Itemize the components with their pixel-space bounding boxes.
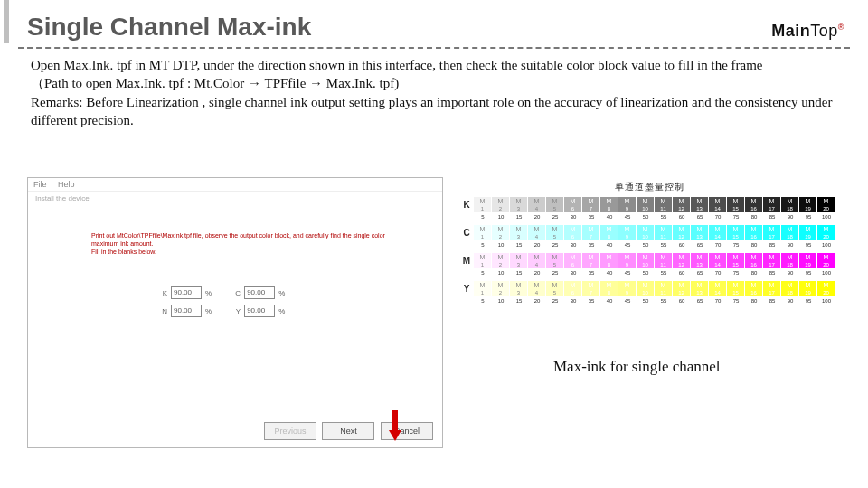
chip: M20 [817,253,835,268]
chip: M7 [582,253,599,268]
chart-step-value: 100 [817,242,835,248]
chart-row-label: K [459,200,474,210]
chart-step-value: 15 [510,214,528,220]
chip: M11 [655,197,672,212]
chip: M2 [492,197,509,212]
ink-fields: K 90.00 % C 90.00 % N 90.00 % Y 90.00 % [155,286,285,323]
chart-step-value: 95 [799,242,817,248]
ink-chart: 单通道墨量控制 KM1M2M3M4M5M6M7M8M9M10M11M12M13M… [459,181,839,309]
chart-step-row: 5101520253035404550556065707580859095100 [474,242,839,248]
chart-step-value: 5 [474,214,492,220]
chart-step-value: 40 [600,214,618,220]
chip: M8 [600,225,618,240]
slide-title: Single Channel Max-ink [4,0,868,43]
chart-step-value: 45 [618,270,637,276]
dialog-menubar: File Help [28,178,442,192]
chart-step-value: 50 [637,214,655,220]
body-line-3: Remarks: Before Linearization , single c… [31,93,844,130]
chip: M20 [817,225,835,240]
chart-step-value: 15 [510,298,528,304]
chart-step-value: 100 [817,298,835,304]
previous-button[interactable]: Previous [264,422,316,440]
chip: M9 [618,281,636,296]
pct-k: % [205,289,212,297]
chip: M15 [727,253,744,268]
chart-step-value: 80 [745,242,763,248]
chart-row-c: CM1M2M3M4M5M6M7M8M9M10M11M12M13M14M15M16… [459,225,839,240]
chart-row-y: YM1M2M3M4M5M6M7M8M9M10M11M12M13M14M15M16… [459,281,839,296]
chip: M14 [709,225,726,240]
chip: M13 [691,197,708,212]
chip: M9 [618,197,636,212]
chart-step-value: 20 [528,270,546,276]
chart-step-value: 45 [618,242,637,248]
ink-input-y[interactable]: 90.00 [244,305,275,317]
chip: M16 [745,281,762,296]
chart-step-value: 65 [691,298,709,304]
chip: M2 [492,281,509,296]
chip: M13 [691,281,708,296]
chart-step-value: 65 [691,270,709,276]
chart-step-value: 10 [492,270,510,276]
pct-n: % [205,307,212,315]
chip: M16 [745,225,762,240]
body-line-2: （Path to open Max.Ink. tpf : Mt.Color → … [31,74,844,92]
chip: M17 [763,253,780,268]
chip: M2 [492,253,509,268]
chart-step-row: 5101520253035404550556065707580859095100 [474,270,839,276]
chip: M17 [763,281,780,296]
chart-step-value: 70 [709,242,727,248]
chart-step-value: 15 [510,270,528,276]
chip: M4 [528,253,545,268]
chart-step-value: 75 [727,242,745,248]
chip: M2 [492,225,509,240]
chart-step-value: 25 [546,298,564,304]
ink-input-k[interactable]: 90.00 [171,286,202,299]
chart-step-value: 20 [528,298,546,304]
chip: M3 [510,281,527,296]
chart-step-value: 90 [781,214,799,220]
chip: M15 [727,197,744,212]
chart-step-value: 80 [745,270,763,276]
chip: M19 [799,225,816,240]
chart-step-value: 80 [745,214,763,220]
chip: M19 [799,253,816,268]
chip: M6 [564,225,581,240]
chart-step-value: 90 [781,242,799,248]
chip: M5 [546,225,563,240]
ink-input-n[interactable]: 90.00 [171,305,202,317]
chip: M10 [637,197,654,212]
chip: M17 [763,197,780,212]
chip: M5 [546,281,563,296]
chip: M6 [564,281,581,296]
chart-step-value: 50 [637,298,655,304]
chart-step-value: 40 [600,298,618,304]
chart-step-value: 90 [781,270,799,276]
chip: M4 [528,281,545,296]
ink-label-y: Y [228,307,241,315]
next-button[interactable]: Next [322,422,374,440]
instr-line-2: Fill in the blanks below. [91,249,406,257]
chip: M7 [582,225,599,240]
ink-label-k: K [155,289,167,297]
chip: M1 [474,197,491,212]
ink-input-c[interactable]: 90.00 [244,286,275,299]
chip: M1 [474,253,491,268]
menu-help[interactable]: Help [58,180,75,189]
chip: M16 [745,197,762,212]
chip: M15 [727,281,744,296]
chip: M13 [691,253,708,268]
chart-step-value: 5 [474,242,492,248]
chart-step-value: 35 [582,214,600,220]
chart-step-value: 15 [510,242,528,248]
chart-step-row: 5101520253035404550556065707580859095100 [474,298,839,304]
menu-file[interactable]: File [33,180,47,189]
chart-step-value: 40 [600,242,618,248]
chip: M11 [655,281,672,296]
chip: M10 [637,281,654,296]
chip: M10 [637,253,654,268]
chart-step-value: 60 [673,270,691,276]
ink-label-n: N [155,307,167,315]
chip: M20 [817,197,835,212]
chart-step-value: 90 [781,298,799,304]
